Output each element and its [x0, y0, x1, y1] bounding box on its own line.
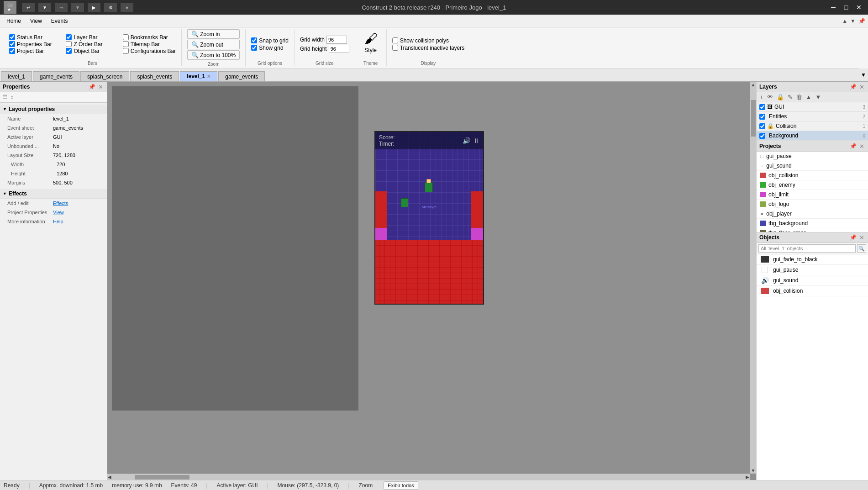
grid-height-input[interactable]	[329, 45, 349, 53]
menu-item-events[interactable]: Events	[47, 16, 73, 26]
layers-close-btn[interactable]: ✕	[858, 84, 865, 90]
scrollbar-vertical[interactable]: ▲ ▼	[750, 82, 756, 474]
more-btn[interactable]: »	[121, 3, 133, 12]
objects-pin-btn[interactable]: 📌	[849, 234, 857, 241]
project-tbg-floor-grass[interactable]: tbg_floor_grass	[757, 228, 868, 232]
check-show-grid[interactable]: Show grid	[251, 45, 289, 51]
menu-item-view[interactable]: View	[26, 16, 47, 26]
layer-gui[interactable]: 🖼 GUI 3	[757, 102, 868, 112]
layer-delete-btn[interactable]: 🗑	[795, 93, 804, 101]
style-button[interactable]: 🖌 Style	[361, 29, 381, 55]
object-gui-sound[interactable]: 🔊 gui_sound	[757, 275, 868, 286]
tab-splash-events[interactable]: splash_events	[130, 71, 179, 81]
undo-icon-btn[interactable]: ↩	[22, 3, 35, 12]
undo-drop-btn[interactable]: ▼	[38, 3, 51, 12]
properties-pin-btn[interactable]: 📌	[88, 84, 96, 90]
check-status-bar[interactable]: Status Bar	[9, 34, 62, 41]
sound-icon: 🔊	[463, 137, 470, 144]
show-all-btn[interactable]: Exibir todos	[384, 481, 418, 490]
canvas-area[interactable]: Score: Timer: 🔊 ⏸	[107, 82, 756, 480]
gear-btn[interactable]: ⚙	[104, 3, 117, 12]
layer-entities-check[interactable]	[759, 114, 765, 120]
toolbar-pin-btn[interactable]: 📌	[857, 17, 866, 25]
layer-eye-btn[interactable]: 👁	[766, 93, 774, 101]
toolbar-up-btn[interactable]: ▲	[841, 17, 848, 25]
check-bookmarks-bar[interactable]: Bookmarks Bar	[123, 34, 176, 41]
project-gui-pause[interactable]: □ gui_pause	[757, 152, 868, 161]
object-obj-collision[interactable]: obj_collision	[757, 286, 868, 296]
layout-props-section[interactable]: ▼ Layout properties	[0, 105, 107, 114]
layer-background-check[interactable]	[759, 133, 765, 139]
projects-pin-btn[interactable]: 📌	[849, 143, 857, 149]
project-obj-collision[interactable]: obj_collision	[757, 171, 868, 180]
scroll-thumb-horizontal[interactable]	[135, 475, 189, 479]
layer-collision[interactable]: 🔒 Collision 1	[757, 121, 868, 131]
layer-edit-btn[interactable]: ✎	[786, 93, 794, 101]
maximize-btn[interactable]: □	[841, 2, 852, 13]
check-properties-bar[interactable]: Properties Bar	[9, 41, 62, 47]
tab-game-events-first[interactable]: game_events	[33, 71, 79, 81]
layer-collision-check[interactable]	[759, 123, 765, 129]
layer-entities[interactable]: Entities 2	[757, 112, 868, 121]
layers-pin-btn[interactable]: 📌	[849, 84, 857, 90]
scrollbar-horizontal[interactable]: ◀ ▶	[107, 474, 750, 480]
redo-icon-btn[interactable]: ↪	[55, 3, 68, 12]
tab-level1-active[interactable]: level_1 ✕	[180, 71, 217, 81]
properties-content: ▼ Layout properties Name level_1 Event s…	[0, 103, 107, 480]
layer-up-btn[interactable]: ▲	[805, 93, 813, 101]
check-translucent[interactable]: Translucent inactive layers	[392, 45, 465, 51]
objects-search-input[interactable]	[758, 244, 856, 253]
scroll-up-btn[interactable]: ▲	[751, 82, 756, 88]
minimize-btn[interactable]: ─	[828, 2, 839, 13]
tab-level1-first[interactable]: level_1	[1, 71, 32, 81]
tab-dropdown-btn[interactable]: ▼	[859, 68, 868, 81]
properties-close-btn[interactable]: ✕	[97, 84, 104, 90]
zoom-in-btn[interactable]: 🔍 Zoom in	[187, 29, 240, 39]
scroll-down-btn[interactable]: ▼	[751, 468, 756, 474]
object-gui-fade[interactable]: gui_fade_to_black	[757, 254, 868, 265]
project-obj-player[interactable]: ● obj_player	[757, 209, 868, 219]
project-gui-sound[interactable]: ○ gui_sound	[757, 161, 868, 171]
objects-close-btn[interactable]: ✕	[858, 234, 865, 241]
project-obj-collision-color	[760, 173, 766, 178]
check-zorder-bar[interactable]: Z Order Bar	[66, 41, 119, 47]
zoom-100-btn[interactable]: 🔍 Zoom to 100%	[187, 50, 240, 60]
tab-game-events-second[interactable]: game_events	[218, 71, 265, 81]
play-btn[interactable]: ▶	[88, 3, 100, 12]
layer-down-btn[interactable]: ▼	[814, 93, 822, 101]
scroll-thumb-vertical[interactable]	[751, 100, 756, 137]
tab-level1-close[interactable]: ✕	[207, 74, 210, 79]
check-show-collision[interactable]: Show collision polys	[392, 37, 465, 44]
props-sort-icon[interactable]: ↕	[10, 94, 14, 101]
project-tbg-background[interactable]: tbg_background	[757, 219, 868, 228]
project-gui-pause-icon: □	[760, 153, 763, 159]
layer-lock-btn[interactable]: 🔒	[775, 93, 785, 101]
toolbar-down-btn[interactable]: ▼	[849, 17, 857, 25]
projects-close-btn[interactable]: ✕	[858, 143, 865, 149]
props-list-icon[interactable]: ☰	[2, 94, 9, 101]
check-configurations-bar[interactable]: Configurations Bar	[123, 48, 176, 54]
project-obj-limit[interactable]: obj_limit	[757, 190, 868, 200]
check-project-bar[interactable]: Project Bar	[9, 48, 62, 54]
prop-active-layer: Active layer GUI	[0, 132, 107, 142]
menu-item-home[interactable]: Home	[2, 16, 26, 26]
close-btn[interactable]: ✕	[853, 2, 864, 13]
check-object-bar[interactable]: Object Bar	[66, 48, 119, 54]
redo-drop-btn[interactable]: ▼	[71, 3, 84, 12]
objects-search-btn[interactable]: 🔍	[857, 244, 866, 253]
zoom-out-btn[interactable]: 🔍 Zoom out	[187, 40, 240, 49]
grid-width-input[interactable]	[326, 36, 347, 44]
scroll-left-btn[interactable]: ◀	[107, 474, 112, 480]
scroll-right-btn[interactable]: ▶	[745, 474, 750, 480]
object-gui-pause[interactable]: gui_pause	[757, 265, 868, 275]
layer-gui-check[interactable]	[759, 104, 765, 110]
layer-background[interactable]: Background 0	[757, 131, 868, 141]
project-obj-enemy[interactable]: obj_enemy	[757, 180, 868, 190]
check-tilemap-bar[interactable]: Tilemap Bar	[123, 41, 176, 47]
project-obj-logo[interactable]: obj_logo	[757, 200, 868, 209]
check-layer-bar[interactable]: Layer Bar	[66, 34, 119, 41]
tab-splash-screen[interactable]: splash_screen	[80, 71, 129, 81]
effects-section[interactable]: ▼ Effects	[0, 189, 107, 199]
layer-add-btn[interactable]: +	[758, 93, 765, 101]
check-snap-to-grid[interactable]: Snap to grid	[251, 37, 289, 44]
